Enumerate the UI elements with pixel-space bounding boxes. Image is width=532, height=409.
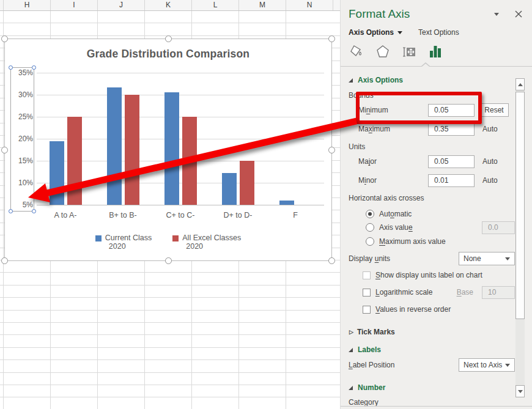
data-bar[interactable] <box>164 92 179 205</box>
max-axis-value-radio-row[interactable]: Maximum axis value <box>341 237 532 246</box>
chart-gridline <box>37 73 324 73</box>
automatic-label: Automatic <box>379 210 511 218</box>
logarithmic-scale-checkbox[interactable] <box>363 289 371 297</box>
scrollbar-up-button[interactable] <box>515 78 525 90</box>
maximum-auto-label: Auto <box>479 125 511 133</box>
scroll-down-icon <box>518 390 523 393</box>
chart-object[interactable]: Grade Distribution Comparison 35%30%25%2… <box>4 39 332 261</box>
category-label: Category <box>349 398 511 407</box>
label-position-dropdown[interactable]: Next to Axis <box>459 358 515 372</box>
show-units-label-row: Show display units label on chart <box>341 270 532 280</box>
axis-handle[interactable] <box>9 65 13 70</box>
chart-resize-handle[interactable] <box>328 35 335 42</box>
legend-entry[interactable]: Current Class2020 <box>95 234 152 251</box>
axis-handle[interactable] <box>32 65 36 70</box>
major-unit-row: Major Auto <box>341 155 532 168</box>
x-axis-category-label: F <box>267 211 324 219</box>
effects-icon[interactable] <box>375 43 391 59</box>
data-bar[interactable] <box>125 95 139 205</box>
data-bar[interactable] <box>50 141 64 205</box>
chart-resize-handle[interactable] <box>1 35 8 42</box>
column-header-rest <box>333 0 340 10</box>
axis-value-radio-row[interactable]: Axis value <box>341 221 532 234</box>
chart-gridline <box>37 95 324 95</box>
maximum-axis-value-radio[interactable] <box>366 237 374 246</box>
tab-text-options[interactable]: Text Options <box>418 28 459 37</box>
minor-input[interactable] <box>428 174 475 187</box>
legend-label: 2020 <box>109 242 152 251</box>
close-icon[interactable] <box>515 10 522 18</box>
base-label: Base <box>457 288 473 297</box>
axis-value-label: Axis value <box>379 223 482 232</box>
automatic-radio[interactable] <box>366 210 374 218</box>
legend-label: All Excel Classes <box>182 234 241 242</box>
maximum-axis-value-label: Maximum axis value <box>379 237 511 246</box>
label-position-label: Label Position <box>349 361 459 369</box>
minimum-row: Minimum Reset <box>341 103 532 117</box>
data-bar[interactable] <box>182 117 197 205</box>
show-display-units-label: Show display units label on chart <box>375 271 511 279</box>
chart-legend[interactable]: Current Class2020All Excel Classes2020 <box>5 234 331 251</box>
column-header-m[interactable]: M <box>239 0 286 10</box>
panel-title: Format Axis <box>349 7 494 21</box>
value-axis-selection-box[interactable] <box>10 67 34 212</box>
chart-resize-handle[interactable] <box>1 257 8 264</box>
data-bar[interactable] <box>67 117 82 205</box>
label-position-value: Next to Axis <box>464 361 505 369</box>
chart-resize-handle[interactable] <box>1 147 8 153</box>
reset-button[interactable]: Reset <box>479 103 509 117</box>
column-header-k[interactable]: K <box>145 0 192 10</box>
data-bar[interactable] <box>222 173 237 205</box>
display-units-row: Display units None <box>341 252 532 265</box>
section-labels[interactable]: Labels <box>341 344 532 355</box>
chart-resize-handle[interactable] <box>165 257 172 264</box>
axis-options-chart-icon[interactable] <box>427 43 443 59</box>
collapse-triangle-icon <box>349 348 353 352</box>
column-header-i[interactable]: I <box>51 0 98 10</box>
column-header-n[interactable]: N <box>286 0 333 10</box>
x-axis-category-label: D+ to D- <box>209 211 267 219</box>
log-scale-row[interactable]: Logarithmic scale Base <box>341 286 532 298</box>
panel-menu-caret-icon[interactable] <box>494 13 499 16</box>
display-units-dropdown[interactable]: None <box>459 252 515 265</box>
section-axis-options[interactable]: Axis Options <box>341 75 532 86</box>
automatic-radio-row[interactable]: Automatic <box>341 209 532 219</box>
axis-handle[interactable] <box>9 209 13 213</box>
data-bar[interactable] <box>279 201 294 205</box>
show-display-units-checkbox <box>363 271 371 279</box>
chart-resize-handle[interactable] <box>328 257 335 264</box>
maximum-input[interactable] <box>428 123 475 136</box>
axis-value-radio[interactable] <box>366 223 374 232</box>
data-bar[interactable] <box>107 87 122 205</box>
chart-resize-handle[interactable] <box>328 147 335 153</box>
axis-value-input <box>482 221 515 234</box>
data-bar[interactable] <box>240 161 254 205</box>
label-position-row: Label Position Next to Axis <box>341 358 532 372</box>
axis-handle[interactable] <box>32 209 36 213</box>
selected-tab-notch <box>421 62 430 66</box>
values-reverse-order-checkbox[interactable] <box>363 306 371 314</box>
size-properties-icon[interactable] <box>401 43 417 59</box>
major-input[interactable] <box>428 155 475 168</box>
minor-auto-label: Auto <box>479 176 511 185</box>
logarithmic-scale-label: Logarithmic scale <box>375 288 457 297</box>
collapse-triangle-icon <box>349 78 353 83</box>
column-header-j[interactable]: J <box>98 0 145 10</box>
scrollbar-down-button[interactable] <box>515 385 525 397</box>
panel-scrollbar-thumb[interactable] <box>515 92 525 319</box>
values-reverse-order-label: Values in reverse order <box>375 305 511 314</box>
section-tick-marks[interactable]: ▷ Tick Marks <box>341 326 532 337</box>
units-label: Units <box>349 142 511 151</box>
column-header-h[interactable]: H <box>4 0 51 10</box>
units-group-label-row: Units <box>341 141 532 152</box>
legend-entry[interactable]: All Excel Classes2020 <box>172 234 241 251</box>
reverse-order-row[interactable]: Values in reverse order <box>341 304 532 314</box>
chart-resize-handle[interactable] <box>165 35 172 42</box>
fill-line-icon[interactable] <box>349 43 364 59</box>
column-header-l[interactable]: L <box>192 0 239 10</box>
axis-options-caret-icon[interactable] <box>397 31 402 34</box>
dropdown-caret-icon <box>505 364 510 367</box>
minimum-input[interactable] <box>428 104 475 117</box>
tab-axis-options[interactable]: Axis Options <box>349 28 394 37</box>
section-number[interactable]: Number <box>341 382 532 393</box>
